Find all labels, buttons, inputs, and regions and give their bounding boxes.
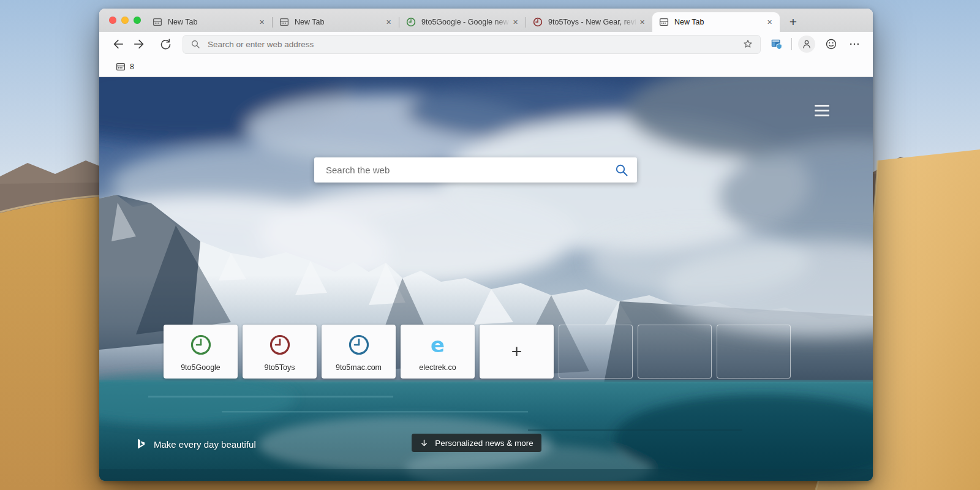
tab-title: New Tab — [168, 18, 257, 26]
electrek-e-logo: e — [431, 334, 445, 356]
close-window-button[interactable] — [109, 17, 116, 24]
tab-9to5toys[interactable]: 9to5Toys - New Gear, revi × — [526, 12, 652, 32]
wallpaper-credit: Make every day beautiful — [135, 437, 256, 451]
favorite-star-button[interactable] — [739, 36, 756, 53]
tab-title: 9to5Toys - New Gear, revi — [548, 18, 637, 26]
empty-top-site-slot — [559, 325, 633, 379]
newtab-window-icon — [153, 17, 162, 27]
tab-strip: New Tab × New Tab × — [99, 9, 873, 32]
feedback-button[interactable] — [823, 36, 840, 53]
clock-icon-red — [533, 17, 543, 27]
tabs: New Tab × New Tab × — [146, 12, 802, 32]
page-menu-button[interactable] — [815, 105, 829, 116]
tab-close-icon[interactable]: × — [257, 17, 267, 28]
back-icon — [111, 37, 124, 51]
person-icon — [801, 39, 812, 50]
clock-icon-green — [190, 334, 212, 356]
top-site-electrek[interactable]: e electrek.co — [401, 325, 475, 379]
newtab-window-icon — [279, 17, 289, 27]
minimize-window-button[interactable] — [121, 17, 129, 24]
new-tab-page: 9to5Google 9to5Toys — [99, 77, 873, 481]
tab-title: New Tab — [295, 18, 383, 26]
reload-button[interactable] — [157, 36, 174, 53]
empty-top-site-slot — [638, 325, 712, 379]
tab-title: 9to5Google - Google new — [421, 18, 510, 26]
empty-top-site-slot — [717, 325, 791, 379]
tab-new-tab-2[interactable]: New Tab × — [273, 12, 399, 32]
collections-shield-icon — [770, 37, 783, 51]
profile-button[interactable] — [798, 36, 815, 53]
search-submit-button[interactable] — [612, 161, 631, 179]
newtab-window-icon — [116, 62, 126, 72]
forward-icon — [133, 37, 146, 51]
address-input[interactable] — [206, 39, 739, 50]
tab-close-icon[interactable]: × — [764, 17, 775, 28]
forward-button[interactable] — [131, 36, 148, 53]
new-tab-button[interactable]: + — [784, 13, 802, 31]
hamburger-icon — [815, 105, 829, 107]
web-search-box[interactable] — [314, 157, 637, 183]
top-sites: 9to5Google 9to5Toys — [164, 325, 791, 379]
newtab-window-icon — [659, 17, 669, 27]
clock-icon-green — [406, 17, 416, 27]
browser-window: New Tab × New Tab × — [99, 9, 873, 481]
top-site-label: 9to5Google — [164, 363, 238, 372]
back-button[interactable] — [109, 36, 126, 53]
address-bar[interactable] — [183, 35, 761, 54]
tab-close-icon[interactable]: × — [510, 17, 521, 28]
favorites-bar-item[interactable]: 8 — [112, 59, 138, 74]
zoom-window-button[interactable] — [134, 17, 141, 24]
search-icon — [190, 39, 200, 49]
toolbar-separator — [791, 38, 792, 50]
web-search-input[interactable] — [325, 164, 612, 176]
top-site-9to5google[interactable]: 9to5Google — [164, 325, 238, 379]
clock-icon-blue — [348, 334, 370, 356]
tab-close-icon[interactable]: × — [637, 17, 647, 28]
collections-button[interactable] — [768, 36, 785, 53]
top-site-label: 9to5mac.com — [322, 363, 396, 372]
settings-more-button[interactable] — [846, 36, 863, 53]
down-arrow-icon — [420, 439, 429, 448]
wallpaper-tagline: Make every day beautiful — [154, 439, 256, 450]
newtab-background-image — [99, 77, 873, 481]
ellipsis-icon — [848, 38, 861, 50]
tab-new-tab-active[interactable]: New Tab × — [652, 12, 780, 32]
tab-new-tab-1[interactable]: New Tab × — [146, 12, 272, 32]
toolbar — [99, 32, 873, 56]
personalized-news-label: Personalized news & more — [435, 439, 533, 448]
personalized-news-button[interactable]: Personalized news & more — [412, 434, 541, 452]
favorites-bar: 8 — [99, 56, 873, 77]
top-site-label: 9to5Toys — [243, 363, 317, 372]
favorites-item-label: 8 — [130, 62, 134, 71]
smiley-icon — [825, 38, 837, 50]
top-site-label: electrek.co — [401, 363, 475, 372]
tab-title: New Tab — [674, 18, 764, 26]
top-site-9to5mac[interactable]: 9to5mac.com — [322, 325, 396, 379]
clock-icon-red — [269, 334, 291, 356]
magnifier-icon — [614, 163, 629, 178]
top-site-9to5toys[interactable]: 9to5Toys — [243, 325, 317, 379]
bing-logo-icon — [135, 437, 147, 451]
star-icon — [742, 39, 753, 50]
add-top-site-button[interactable]: + — [480, 325, 554, 379]
tab-9to5google[interactable]: 9to5Google - Google new × — [399, 12, 526, 32]
tab-close-icon[interactable]: × — [383, 17, 394, 28]
plus-icon: + — [511, 342, 522, 361]
traffic-lights — [109, 17, 141, 24]
desktop: New Tab × New Tab × — [0, 0, 980, 490]
reload-icon — [159, 38, 172, 51]
